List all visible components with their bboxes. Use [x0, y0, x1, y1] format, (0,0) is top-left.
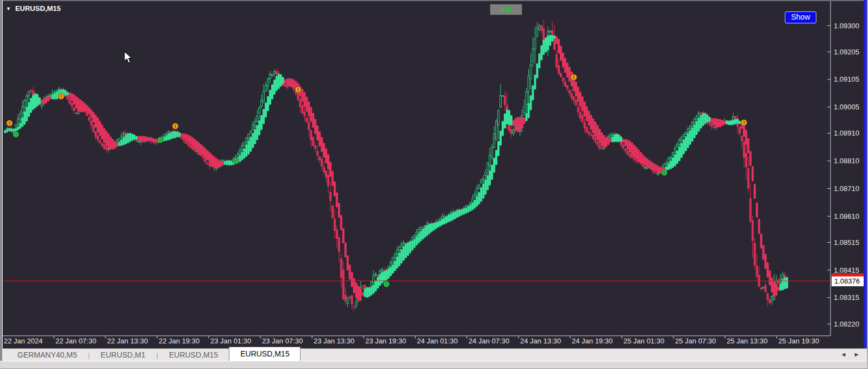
svg-text:!: !: [573, 75, 574, 80]
time-axis-label: 25 Jan 01:30: [623, 337, 664, 345]
time-axis-label: 23 Jan 19:30: [365, 337, 406, 345]
chevron-down-icon[interactable]: ▼: [6, 6, 11, 11]
svg-text:↑: ↑: [15, 132, 17, 137]
window-left-edge: [0, 0, 3, 361]
sell-signal-icon: !: [741, 120, 747, 126]
time-axis-label: 25 Jan 13:30: [727, 337, 767, 345]
time-axis-label: 24 Jan 19:30: [572, 337, 613, 345]
mouse-cursor: [124, 51, 133, 64]
time-axis-label: 25 Jan 19:30: [778, 337, 819, 345]
ma-ribbon-layer: [4, 35, 789, 301]
price-axis-label: 1.08810: [834, 157, 859, 165]
time-axis-label: 24 Jan 13:30: [520, 337, 561, 345]
price-axis-label: 1.08610: [834, 212, 859, 220]
show-button[interactable]: Show: [785, 11, 816, 23]
svg-text:!: !: [60, 94, 62, 99]
chart-tabbar: GERMANY40,M5|EURUSD,M1|EURUSD,M15EURUSD,…: [0, 348, 868, 361]
chart-tab-germany40-m5[interactable]: GERMANY40,M5: [7, 349, 88, 361]
price-axis-label: 1.09300: [834, 22, 859, 30]
price-axis-label: 1.09205: [834, 48, 859, 56]
time-axis-label: 25 Jan 07:30: [675, 337, 716, 345]
current-price-label: 1.08376: [832, 276, 865, 286]
sell-signal-icon: !: [7, 120, 13, 126]
window-top-edge: [0, 0, 868, 1]
time-axis-label: 23 Jan 13:30: [314, 337, 354, 345]
svg-text:↑: ↑: [234, 158, 236, 164]
chart-symbol-title: ▼ EURUSD,M15: [6, 4, 61, 13]
price-axis-label: 1.08710: [834, 184, 859, 193]
time-axis-label: 23 Jan 01:30: [210, 337, 251, 345]
time-axis-label: 23 Jan 07:30: [262, 337, 303, 345]
buy-signal-icon: ↑: [157, 137, 163, 143]
time-axis-label: 24 Jan 01:30: [417, 337, 458, 345]
time-axis-label: 22 Jan 2024: [4, 337, 43, 345]
window-bottom-strip: [0, 361, 868, 369]
sell-signal-icon: !: [58, 93, 64, 99]
sell-signal-icon: !: [295, 87, 301, 93]
price-axis-label: 1.08910: [834, 129, 859, 137]
sell-signal-icon: !: [172, 123, 178, 129]
price-axis-label: 1.08515: [834, 238, 859, 247]
price-axis-label: 1.08315: [834, 293, 859, 302]
time-axis-label: 22 Jan 13:30: [107, 337, 148, 345]
chart-tab-eurusd-m1[interactable]: EURUSD,M1: [90, 349, 156, 361]
svg-text:↑: ↑: [159, 137, 161, 143]
time-axis-label: 24 Jan 07:30: [469, 337, 509, 345]
chart-tab-eurusd-m15[interactable]: EURUSD,M15: [158, 349, 229, 361]
ma-indicator-badge[interactable]: ma: [490, 4, 522, 15]
svg-text:!: !: [9, 120, 10, 126]
buy-signal-icon: ↑: [233, 158, 239, 164]
price-axis-label: 1.09005: [834, 103, 859, 111]
tab-scroll-right-icon[interactable]: ►: [852, 351, 861, 358]
tab-scroll-left-icon[interactable]: ◄: [839, 351, 848, 358]
buy-signal-icon: ↑: [661, 170, 667, 176]
buy-signal-icon: ↑: [13, 131, 19, 137]
svg-text:!: !: [297, 87, 299, 93]
svg-text:!: !: [174, 124, 176, 129]
chart-tab-eurusd-m15[interactable]: EURUSD,M15: [229, 347, 301, 361]
price-axis-label: 1.08220: [834, 320, 859, 328]
terminal-window: 1.093001.092051.091051.090051.089101.088…: [0, 0, 868, 369]
buy-signal-icon: ↑: [383, 281, 389, 287]
time-axis-label: 22 Jan 07:30: [55, 337, 96, 345]
price-axis-label: 1.09105: [834, 75, 859, 83]
svg-text:!: !: [743, 120, 745, 125]
sell-signal-icon: !: [571, 74, 577, 80]
symbol-label: EURUSD,M15: [15, 4, 61, 13]
time-axis-label: 22 Jan 19:30: [159, 337, 199, 345]
svg-text:↑: ↑: [385, 281, 388, 287]
svg-text:↑: ↑: [663, 170, 665, 175]
